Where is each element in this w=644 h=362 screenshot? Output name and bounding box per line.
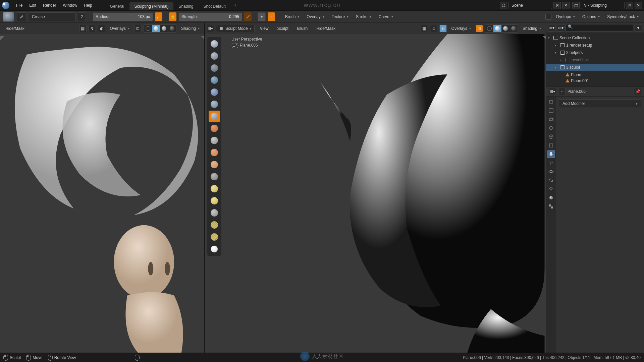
region-toggle-icon[interactable] xyxy=(542,34,546,42)
options-dropdown[interactable]: Options xyxy=(580,13,602,20)
hidemask-menu[interactable]: Hide/Mask xyxy=(2,25,28,32)
menu-edit[interactable]: Edit xyxy=(26,2,40,9)
shading-rendered[interactable] xyxy=(509,25,518,32)
vp-overlays-dropdown[interactable]: Overlays xyxy=(449,25,474,32)
tool-draw[interactable] xyxy=(209,38,220,50)
shading-solid[interactable] xyxy=(152,25,160,32)
brush-menu[interactable]: Brush xyxy=(294,25,311,32)
menu-help[interactable]: Help xyxy=(80,2,96,9)
tool-scrape[interactable] xyxy=(209,159,220,170)
workspace-tab-shading[interactable]: Shading xyxy=(174,2,198,10)
tool-rotate[interactable] xyxy=(209,231,220,243)
tab-viewlayer[interactable] xyxy=(547,115,555,123)
tab-world[interactable] xyxy=(547,133,555,141)
direction-add-button[interactable]: + xyxy=(258,12,266,21)
strength-pressure-button[interactable] xyxy=(244,12,252,21)
region-toggle-icon[interactable] xyxy=(0,34,5,42)
direction-sub-button[interactable]: − xyxy=(268,12,275,21)
viewport-left[interactable]: Hide/Mask ▦ ↯ ◐ Overlays ⊡ Shading xyxy=(0,23,205,353)
overlay-dropdown[interactable]: Overlay xyxy=(304,13,327,20)
shading-dropdown[interactable]: Shading xyxy=(178,25,202,32)
tool-flatten[interactable] xyxy=(209,135,220,146)
viewlayer-browse-button[interactable] xyxy=(572,2,580,9)
tool-thumb[interactable] xyxy=(209,207,220,219)
workspace-tab-general[interactable]: General xyxy=(105,2,129,10)
tab-object[interactable] xyxy=(547,141,555,149)
viewlayer-name-input[interactable] xyxy=(581,2,625,9)
shading-wireframe[interactable] xyxy=(144,25,152,32)
tab-modifiers[interactable] xyxy=(547,150,555,158)
tab-material[interactable] xyxy=(547,194,555,202)
dyntopo-dropdown[interactable]: Dyntopo xyxy=(553,13,578,20)
viewport-right-canvas[interactable]: User Perspective (17) Plane.006 xyxy=(205,34,546,353)
tool-mask[interactable] xyxy=(209,243,220,255)
region-toggle-icon[interactable] xyxy=(201,34,205,42)
tab-data[interactable] xyxy=(547,185,555,193)
tool-clay-strips[interactable] xyxy=(209,62,220,74)
xray-toggle[interactable]: ⊡ xyxy=(476,25,483,32)
scene-delete-button[interactable]: ✕ xyxy=(562,2,570,9)
tool-blob[interactable] xyxy=(209,99,220,110)
vp-gizmo-button[interactable]: ↯ xyxy=(430,25,437,32)
mode-selector[interactable]: Sculpt Mode ▾ xyxy=(216,25,255,32)
tool-smooth[interactable] xyxy=(209,123,220,134)
texture-dropdown[interactable]: Texture xyxy=(329,13,351,20)
radius-field[interactable]: Radius: 103 px xyxy=(93,12,153,21)
strength-field[interactable]: Strength: 0.295 xyxy=(178,12,242,21)
shading-rendered[interactable] xyxy=(168,25,176,32)
viewlayer-new-button[interactable]: ⎘ xyxy=(626,2,633,9)
sculpt-menu[interactable]: Sculpt xyxy=(274,25,292,32)
strength-lock-button[interactable]: 🔒 xyxy=(169,12,176,21)
menu-window[interactable]: Window xyxy=(59,2,80,9)
view-menu[interactable]: View xyxy=(257,25,272,32)
vp-select-visible-button[interactable]: ▦ xyxy=(421,25,428,32)
workspace-tab-sculpting[interactable]: Sculpting (Minimal) xyxy=(129,2,173,10)
tree-row[interactable]: ▸ bevel hair xyxy=(546,56,644,64)
shading-lookdev[interactable] xyxy=(160,25,168,32)
tool-nudge[interactable] xyxy=(209,219,220,231)
brush-datablock-button[interactable] xyxy=(16,12,27,21)
tool-snake-hook[interactable] xyxy=(209,195,220,206)
radius-pressure-button[interactable] xyxy=(155,12,162,21)
tool-fill[interactable] xyxy=(209,147,220,158)
viewport-left-canvas[interactable] xyxy=(0,34,204,353)
editor-type-button[interactable]: ⊞▾ xyxy=(207,25,214,32)
brush-name-field[interactable]: Crease xyxy=(29,12,76,21)
vp-gizmo-button[interactable]: ↯ xyxy=(89,25,96,32)
brush-preview-icon[interactable] xyxy=(3,12,14,22)
brush-fake-user-button[interactable]: 2 xyxy=(78,12,86,21)
tool-clay[interactable] xyxy=(209,50,220,62)
xray-toggle[interactable]: ⊡ xyxy=(134,25,142,32)
tree-row[interactable]: ▸ 1 render setup xyxy=(546,42,644,49)
scene-name-input[interactable] xyxy=(508,2,552,9)
tool-grab[interactable] xyxy=(209,183,220,194)
shading-dropdown[interactable]: Shading xyxy=(520,25,544,32)
tree-row[interactable]: Plane.001 xyxy=(546,78,644,83)
brush-dropdown[interactable]: Brush xyxy=(282,13,302,20)
tab-scene[interactable] xyxy=(547,124,555,132)
vp-overlays-toggle[interactable]: ◐ xyxy=(98,25,105,32)
tree-row[interactable]: ▾ 3 sculpt xyxy=(546,64,644,71)
properties-pin-button[interactable]: 📌 xyxy=(634,88,641,95)
hidemask-menu[interactable]: Hide/Mask xyxy=(313,25,339,32)
tab-constraints[interactable] xyxy=(547,176,555,184)
shading-wireframe[interactable] xyxy=(485,25,493,32)
dyntopo-checkbox[interactable] xyxy=(545,14,551,20)
tab-particles[interactable] xyxy=(547,159,555,167)
shading-lookdev[interactable] xyxy=(501,25,509,32)
shading-solid[interactable] xyxy=(493,25,501,32)
menu-file[interactable]: File xyxy=(13,2,26,9)
scene-browse-button[interactable] xyxy=(500,2,507,9)
tree-row[interactable]: ▾ 2 helpers xyxy=(546,49,644,56)
curve-dropdown[interactable]: Curve xyxy=(376,13,396,20)
vp-select-visible-button[interactable]: ▦ xyxy=(79,25,87,32)
workspace-tab-shotdefault[interactable]: Shot Default xyxy=(199,2,230,10)
stroke-dropdown[interactable]: Stroke xyxy=(353,13,374,20)
tree-row[interactable]: Plane xyxy=(546,71,644,78)
outliner-search-input[interactable]: 🔍 xyxy=(566,24,633,32)
outliner-filter-button[interactable]: ▼ xyxy=(635,24,642,32)
tool-crease[interactable] xyxy=(209,111,220,122)
tool-layer[interactable] xyxy=(209,74,220,86)
outliner-view-button[interactable]: ▭▾ xyxy=(557,24,564,32)
add-modifier-dropdown[interactable]: Add Modifier xyxy=(559,99,641,108)
